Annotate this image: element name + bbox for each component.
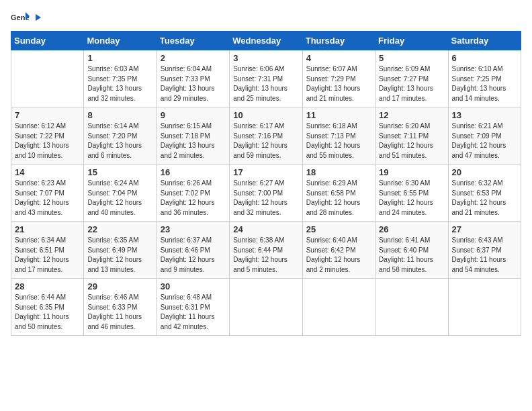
day-info: Sunrise: 6:20 AM Sunset: 7:11 PM Dayligh… — [379, 122, 444, 161]
calendar-day-cell — [11, 50, 84, 107]
calendar-day-cell: 4Sunrise: 6:07 AM Sunset: 7:29 PM Daylig… — [302, 50, 375, 107]
day-info: Sunrise: 6:26 AM Sunset: 7:02 PM Dayligh… — [161, 179, 226, 218]
day-info: Sunrise: 6:32 AM Sunset: 6:53 PM Dayligh… — [452, 179, 517, 218]
day-info: Sunrise: 6:09 AM Sunset: 7:27 PM Dayligh… — [379, 64, 444, 103]
weekday-header-friday: Friday — [375, 32, 448, 50]
weekday-header-thursday: Thursday — [302, 32, 375, 50]
day-number: 17 — [233, 167, 298, 177]
calendar-day-cell: 1Sunrise: 6:03 AM Sunset: 7:35 PM Daylig… — [84, 50, 157, 107]
day-number: 15 — [87, 167, 152, 177]
calendar-day-cell: 30Sunrise: 6:48 AM Sunset: 6:31 PM Dayli… — [157, 279, 229, 336]
day-info: Sunrise: 6:37 AM Sunset: 6:46 PM Dayligh… — [161, 236, 226, 275]
day-number: 3 — [233, 53, 298, 63]
day-number: 10 — [233, 110, 298, 120]
logo-arrow-icon — [33, 13, 42, 22]
calendar-day-cell — [448, 279, 521, 336]
calendar-day-cell: 20Sunrise: 6:32 AM Sunset: 6:53 PM Dayli… — [448, 165, 521, 222]
day-info: Sunrise: 6:18 AM Sunset: 7:13 PM Dayligh… — [306, 122, 371, 161]
calendar-day-cell: 15Sunrise: 6:24 AM Sunset: 7:04 PM Dayli… — [84, 165, 157, 222]
day-number: 13 — [452, 110, 517, 120]
day-number: 27 — [452, 224, 517, 234]
weekday-header-tuesday: Tuesday — [157, 32, 229, 50]
day-number: 24 — [233, 224, 298, 234]
day-info: Sunrise: 6:21 AM Sunset: 7:09 PM Dayligh… — [452, 122, 517, 161]
day-info: Sunrise: 6:43 AM Sunset: 6:37 PM Dayligh… — [452, 236, 517, 275]
weekday-header-monday: Monday — [84, 32, 157, 50]
page-header: General — [11, 11, 521, 26]
day-info: Sunrise: 6:46 AM Sunset: 6:33 PM Dayligh… — [87, 293, 152, 332]
calendar-day-cell: 27Sunrise: 6:43 AM Sunset: 6:37 PM Dayli… — [448, 222, 521, 279]
calendar-day-cell: 25Sunrise: 6:40 AM Sunset: 6:42 PM Dayli… — [302, 222, 375, 279]
logo: General — [11, 11, 42, 26]
weekday-header-wednesday: Wednesday — [230, 32, 302, 50]
calendar-day-cell: 5Sunrise: 6:09 AM Sunset: 7:27 PM Daylig… — [375, 50, 448, 107]
calendar-day-cell: 13Sunrise: 6:21 AM Sunset: 7:09 PM Dayli… — [448, 107, 521, 165]
day-number: 23 — [161, 224, 226, 234]
day-number: 6 — [452, 53, 517, 63]
day-info: Sunrise: 6:44 AM Sunset: 6:35 PM Dayligh… — [15, 293, 80, 332]
day-info: Sunrise: 6:03 AM Sunset: 7:35 PM Dayligh… — [87, 64, 152, 103]
day-info: Sunrise: 6:12 AM Sunset: 7:22 PM Dayligh… — [15, 122, 80, 161]
weekday-header-row: SundayMondayTuesdayWednesdayThursdayFrid… — [11, 32, 521, 50]
calendar-day-cell: 28Sunrise: 6:44 AM Sunset: 6:35 PM Dayli… — [11, 279, 84, 336]
calendar-week-row: 14Sunrise: 6:23 AM Sunset: 7:07 PM Dayli… — [11, 165, 521, 222]
day-info: Sunrise: 6:24 AM Sunset: 7:04 PM Dayligh… — [87, 179, 152, 218]
day-number: 1 — [87, 53, 152, 63]
day-info: Sunrise: 6:17 AM Sunset: 7:16 PM Dayligh… — [233, 122, 298, 161]
calendar-day-cell: 10Sunrise: 6:17 AM Sunset: 7:16 PM Dayli… — [230, 107, 302, 165]
day-number: 11 — [306, 110, 371, 120]
calendar-day-cell: 19Sunrise: 6:30 AM Sunset: 6:55 PM Dayli… — [375, 165, 448, 222]
day-info: Sunrise: 6:48 AM Sunset: 6:31 PM Dayligh… — [161, 293, 226, 332]
calendar-week-row: 1Sunrise: 6:03 AM Sunset: 7:35 PM Daylig… — [11, 50, 521, 107]
calendar-day-cell — [230, 279, 302, 336]
day-number: 8 — [87, 110, 152, 120]
day-number: 25 — [306, 224, 371, 234]
calendar-day-cell: 17Sunrise: 6:27 AM Sunset: 7:00 PM Dayli… — [230, 165, 302, 222]
day-info: Sunrise: 6:14 AM Sunset: 7:20 PM Dayligh… — [87, 122, 152, 161]
calendar-day-cell — [302, 279, 375, 336]
calendar-day-cell: 9Sunrise: 6:15 AM Sunset: 7:18 PM Daylig… — [157, 107, 229, 165]
calendar-day-cell: 12Sunrise: 6:20 AM Sunset: 7:11 PM Dayli… — [375, 107, 448, 165]
weekday-header-sunday: Sunday — [11, 32, 84, 50]
day-number: 14 — [15, 167, 80, 177]
day-info: Sunrise: 6:34 AM Sunset: 6:51 PM Dayligh… — [15, 236, 80, 275]
day-number: 16 — [161, 167, 226, 177]
calendar-day-cell: 23Sunrise: 6:37 AM Sunset: 6:46 PM Dayli… — [157, 222, 229, 279]
day-info: Sunrise: 6:27 AM Sunset: 7:00 PM Dayligh… — [233, 179, 298, 218]
day-info: Sunrise: 6:15 AM Sunset: 7:18 PM Dayligh… — [161, 122, 226, 161]
day-info: Sunrise: 6:10 AM Sunset: 7:25 PM Dayligh… — [452, 64, 517, 103]
day-info: Sunrise: 6:23 AM Sunset: 7:07 PM Dayligh… — [15, 179, 80, 218]
logo-icon: General — [11, 11, 30, 26]
day-number: 12 — [379, 110, 444, 120]
day-number: 5 — [379, 53, 444, 63]
day-info: Sunrise: 6:06 AM Sunset: 7:31 PM Dayligh… — [233, 64, 298, 103]
day-number: 22 — [87, 224, 152, 234]
weekday-header-saturday: Saturday — [448, 32, 521, 50]
day-info: Sunrise: 6:41 AM Sunset: 6:40 PM Dayligh… — [379, 236, 444, 275]
calendar-day-cell — [375, 279, 448, 336]
day-info: Sunrise: 6:40 AM Sunset: 6:42 PM Dayligh… — [306, 236, 371, 275]
day-number: 4 — [306, 53, 371, 63]
day-number: 19 — [379, 167, 444, 177]
day-number: 26 — [379, 224, 444, 234]
calendar-day-cell: 3Sunrise: 6:06 AM Sunset: 7:31 PM Daylig… — [230, 50, 302, 107]
calendar-day-cell: 21Sunrise: 6:34 AM Sunset: 6:51 PM Dayli… — [11, 222, 84, 279]
day-info: Sunrise: 6:38 AM Sunset: 6:44 PM Dayligh… — [233, 236, 298, 275]
svg-marker-2 — [36, 14, 41, 21]
day-number: 28 — [15, 281, 80, 291]
calendar-day-cell: 16Sunrise: 6:26 AM Sunset: 7:02 PM Dayli… — [157, 165, 229, 222]
day-number: 29 — [87, 281, 152, 291]
day-number: 2 — [161, 53, 226, 63]
day-info: Sunrise: 6:07 AM Sunset: 7:29 PM Dayligh… — [306, 64, 371, 103]
day-number: 18 — [306, 167, 371, 177]
day-number: 21 — [15, 224, 80, 234]
calendar-day-cell: 6Sunrise: 6:10 AM Sunset: 7:25 PM Daylig… — [448, 50, 521, 107]
calendar-day-cell: 18Sunrise: 6:29 AM Sunset: 6:58 PM Dayli… — [302, 165, 375, 222]
calendar-day-cell: 7Sunrise: 6:12 AM Sunset: 7:22 PM Daylig… — [11, 107, 84, 165]
calendar-day-cell: 26Sunrise: 6:41 AM Sunset: 6:40 PM Dayli… — [375, 222, 448, 279]
calendar-day-cell: 2Sunrise: 6:04 AM Sunset: 7:33 PM Daylig… — [157, 50, 229, 107]
calendar-day-cell: 8Sunrise: 6:14 AM Sunset: 7:20 PM Daylig… — [84, 107, 157, 165]
day-number: 9 — [161, 110, 226, 120]
calendar-week-row: 21Sunrise: 6:34 AM Sunset: 6:51 PM Dayli… — [11, 222, 521, 279]
day-info: Sunrise: 6:35 AM Sunset: 6:49 PM Dayligh… — [87, 236, 152, 275]
